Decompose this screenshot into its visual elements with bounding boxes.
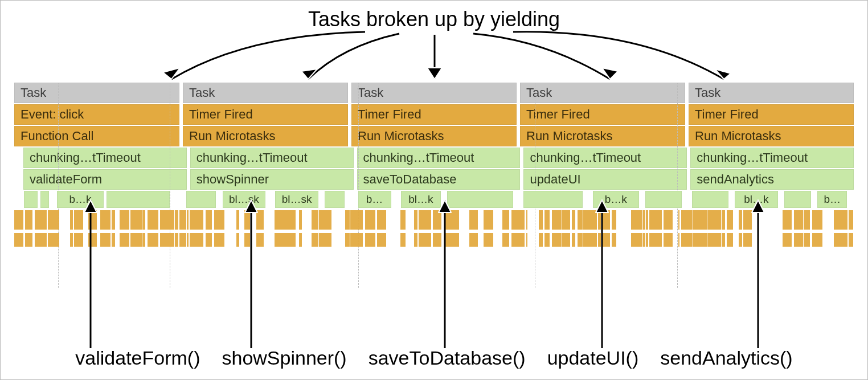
svg-marker-2 — [427, 68, 442, 79]
svg-marker-3 — [602, 68, 618, 79]
row-mini: b…k bl…sk bl…sk b… bl…k b…k bl…k — [14, 191, 854, 208]
call-cell: Run Microtasks — [351, 126, 517, 146]
task-cell: Task — [14, 83, 179, 103]
mini-col: bl…k b… — [689, 191, 854, 208]
fn-cell: showSpinner — [190, 169, 354, 190]
task-cell: Task — [520, 83, 685, 103]
task-cell: Task — [351, 83, 517, 103]
event-cell: Timer Fired — [520, 104, 685, 125]
event-cell: Event: click — [14, 104, 179, 125]
bottom-label: saveToDatabase() — [369, 347, 526, 369]
fn-cell: saveToDatabase — [357, 169, 521, 190]
row-tasks: Task Task Task Task Task — [14, 83, 854, 103]
call-cell: Function Call — [14, 126, 179, 146]
svg-marker-1 — [301, 69, 317, 79]
bottom-label: showSpinner() — [222, 347, 346, 369]
bottom-label: validateForm() — [75, 347, 200, 369]
chunk-cell: chunking…tTimeout — [357, 148, 521, 168]
mini-col: bl…sk bl…sk — [183, 191, 348, 208]
task-cell: Task — [183, 83, 348, 103]
mini-col: b… bl…k — [351, 191, 517, 208]
stripe-area — [14, 210, 854, 256]
call-cell: Run Microtasks — [689, 126, 854, 146]
row-fn: validateForm showSpinner saveToDatabase … — [14, 169, 854, 190]
fn-cell: validateForm — [23, 169, 187, 190]
bottom-labels: validateForm() showSpinner() saveToDatab… — [1, 347, 867, 369]
mini-col: b…k — [14, 191, 179, 208]
call-cell: Run Microtasks — [520, 126, 685, 146]
chunk-cell: chunking…tTimeout — [23, 148, 187, 168]
flame-chart: Task Task Task Task Task Event: click Ti… — [14, 83, 854, 288]
chunk-cell: chunking…tTimeout — [523, 148, 687, 168]
bottom-label: updateUI() — [547, 347, 639, 369]
call-cell: Run Microtasks — [183, 126, 348, 146]
bottom-label: sendAnalytics() — [660, 347, 792, 369]
fn-cell: sendAnalytics — [690, 169, 854, 190]
task-cell: Task — [689, 83, 854, 103]
chunk-cell: chunking…tTimeout — [690, 148, 854, 168]
svg-marker-4 — [715, 69, 731, 79]
event-cell: Timer Fired — [689, 104, 854, 125]
svg-marker-0 — [163, 68, 180, 79]
fn-cell: updateUI — [523, 169, 687, 190]
mini-col: b…k — [520, 191, 685, 208]
row-chunk: chunking…tTimeout chunking…tTimeout chun… — [14, 148, 854, 168]
event-cell: Timer Fired — [183, 104, 348, 125]
row-call: Function Call Run Microtasks Run Microta… — [14, 126, 854, 146]
event-cell: Timer Fired — [351, 104, 517, 125]
top-annotation: Tasks broken up by yielding — [1, 7, 867, 31]
chunk-cell: chunking…tTimeout — [190, 148, 354, 168]
diagram-frame: Tasks broken up by yielding Task Task Ta… — [0, 0, 868, 380]
row-event: Event: click Timer Fired Timer Fired Tim… — [14, 104, 854, 125]
